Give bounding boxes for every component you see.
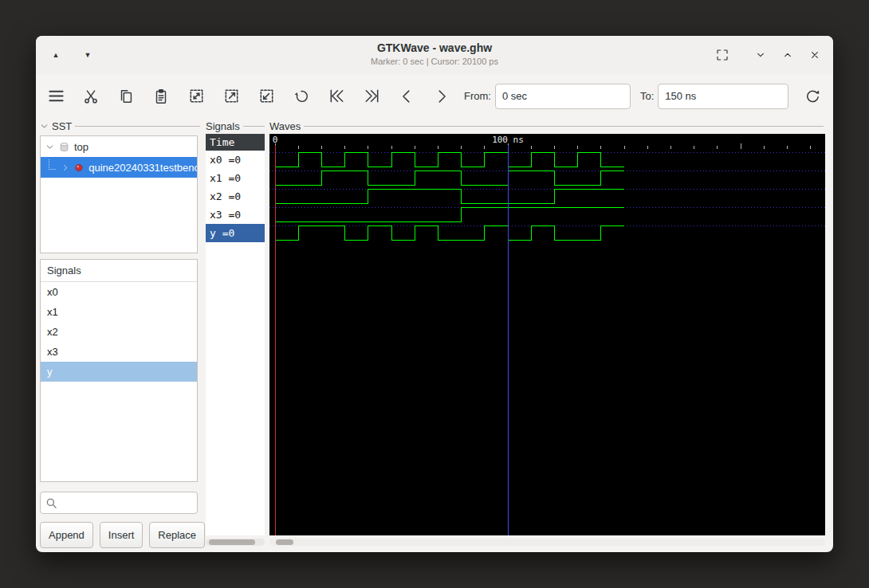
goto-end-button[interactable] [357, 82, 386, 111]
signal-list-item-y[interactable]: y [41, 362, 197, 382]
from-field[interactable] [495, 84, 631, 109]
signal-name-row-x3[interactable]: x3 =0 [206, 206, 265, 224]
titlebar-left-controls: ▲ ▼ [45, 36, 98, 74]
zoom-fit-icon [187, 87, 206, 105]
waves-frame-label: Waves [269, 120, 301, 132]
signal-list-item-x2[interactable]: x2 [41, 322, 197, 342]
divider [304, 126, 824, 127]
paste-icon [152, 88, 170, 105]
next-edge-button[interactable] [427, 82, 456, 111]
sst-panel: SST top [38, 118, 202, 552]
skip-to-end-icon [363, 87, 381, 105]
toolbar: From: To: [36, 74, 833, 118]
sst-signals-list: Signals x0 x1 x2 x3 y [40, 259, 198, 482]
time-header[interactable]: Time [206, 134, 265, 151]
gtkwave-window: ▲ ▼ GTKWave - wave.ghw Marker: 0 sec | C… [36, 36, 833, 552]
chevron-up-icon [781, 49, 794, 61]
names-frame-label: Signals [206, 120, 240, 132]
svg-text:100 ns: 100 ns [492, 135, 524, 145]
names-list: Time x0 =0 x1 =0 x2 =0 x3 =0 y =0 [206, 134, 265, 535]
sst-label: SST [52, 120, 72, 132]
menu-button[interactable] [41, 82, 70, 111]
skip-to-start-icon [328, 87, 346, 105]
divider [243, 126, 265, 127]
window-subtitle: Marker: 0 sec | Cursor: 20100 ps [195, 57, 674, 66]
chevron-right-icon[interactable] [61, 163, 69, 172]
copy-icon [117, 88, 135, 105]
signal-name-row-x1[interactable]: x1 =0 [206, 169, 265, 187]
to-field[interactable] [658, 84, 788, 109]
arrow-down-icon: ▼ [85, 52, 92, 59]
tree-item-testbench[interactable]: quine20240331testbench [41, 157, 197, 178]
minimize-button[interactable] [750, 45, 771, 65]
arrow-up-icon: ▲ [53, 52, 60, 59]
main-content: SST top [36, 118, 833, 552]
fullscreen-button[interactable] [712, 45, 733, 65]
waves-hscrollbar-thumb[interactable] [276, 539, 293, 545]
append-button[interactable]: Append [40, 522, 93, 548]
sst-header: SST [40, 120, 200, 132]
reload-button[interactable] [798, 82, 827, 111]
close-icon [808, 49, 821, 61]
signals-list-header: Signals [41, 260, 197, 282]
copy-button[interactable] [112, 82, 140, 111]
chevron-down-icon[interactable] [45, 143, 54, 151]
zoom-out-button[interactable] [252, 82, 281, 111]
cut-button[interactable] [77, 82, 105, 111]
signal-name-row-x2[interactable]: x2 =0 [206, 187, 265, 206]
chevron-down-icon[interactable] [40, 122, 49, 131]
tree-item-top[interactable]: top [41, 136, 197, 157]
tree-item-label: top [74, 141, 88, 153]
zoom-out-icon [258, 87, 276, 105]
titlebar-arrow-up-button[interactable]: ▲ [45, 45, 66, 65]
paste-button[interactable] [147, 82, 175, 111]
maximize-button[interactable] [777, 45, 798, 65]
waves-panel: Waves 0100 ns [269, 118, 825, 552]
signal-list-item-x0[interactable]: x0 [41, 282, 197, 302]
testbench-icon [73, 162, 85, 174]
goto-start-button[interactable] [322, 82, 351, 111]
names-hscrollbar[interactable] [206, 539, 265, 546]
chevron-left-icon [398, 88, 415, 105]
replace-button[interactable]: Replace [149, 522, 205, 548]
zoom-fit-button[interactable] [182, 82, 210, 111]
titlebar-arrow-down-button[interactable]: ▼ [77, 45, 98, 65]
to-label: To: [640, 90, 654, 102]
undo-icon [293, 88, 310, 105]
zoom-undo-button[interactable] [287, 82, 316, 111]
close-button[interactable] [804, 45, 825, 65]
signal-search[interactable] [40, 492, 198, 514]
menu-icon [47, 87, 65, 105]
titlebar-right-controls [712, 36, 825, 74]
tree-guide [49, 159, 56, 170]
divider [75, 126, 200, 127]
zoom-in-button[interactable] [217, 82, 246, 111]
prev-edge-button[interactable] [392, 82, 421, 111]
signal-list-item-x1[interactable]: x1 [41, 302, 197, 322]
waves-frame-header: Waves [269, 120, 824, 132]
titlebar[interactable]: ▲ ▼ GTKWave - wave.ghw Marker: 0 sec | C… [36, 36, 833, 75]
signal-list-item-x3[interactable]: x3 [41, 342, 197, 362]
waveform-svg: 0100 ns [269, 134, 825, 535]
waves-hscrollbar[interactable] [269, 539, 825, 546]
signal-name-row-x0[interactable]: x0 =0 [206, 151, 265, 169]
search-input[interactable] [61, 496, 197, 510]
reload-icon [804, 87, 822, 105]
sst-tree: top quine20240331testbench [40, 135, 198, 253]
from-label: From: [464, 90, 491, 102]
zoom-in-icon [222, 87, 241, 105]
module-icon [58, 141, 70, 153]
signal-name-row-y[interactable]: y =0 [206, 224, 265, 242]
fullscreen-icon [715, 48, 729, 62]
sst-buttons: Append Insert Replace [40, 522, 198, 548]
titlebar-titles: GTKWave - wave.ghw Marker: 0 sec | Curso… [195, 41, 674, 66]
signal-names-panel: Signals Time x0 =0 x1 =0 x2 =0 x3 =0 y =… [206, 118, 265, 552]
chevron-right-icon [433, 88, 450, 105]
wave-canvas[interactable]: 0100 ns [269, 134, 825, 535]
chevron-down-icon [754, 49, 767, 61]
names-hscrollbar-thumb[interactable] [209, 539, 255, 545]
window-title: GTKWave - wave.ghw [195, 41, 674, 54]
insert-button[interactable]: Insert [100, 522, 144, 548]
tree-item-label: quine20240331testbench [88, 162, 197, 174]
svg-text:0: 0 [273, 135, 278, 145]
